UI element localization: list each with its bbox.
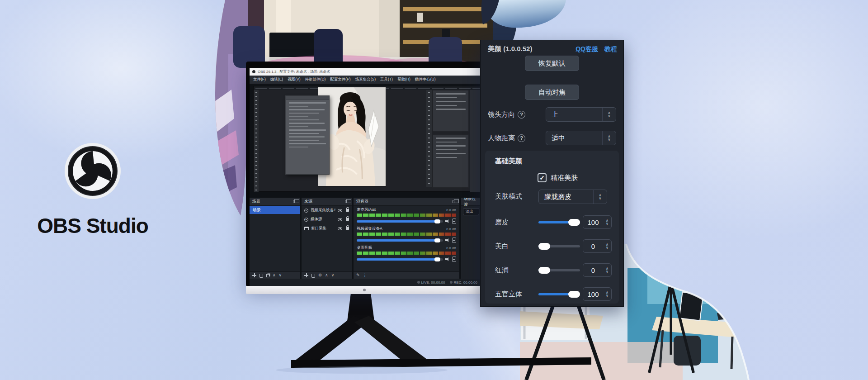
stepper-chevrons-icon[interactable]: ∧∨ <box>603 288 611 300</box>
tutorial-link[interactable]: 教程 <box>604 45 617 53</box>
popout-icon[interactable] <box>345 200 349 203</box>
menu-scene-collection[interactable]: 场景集合(S) <box>354 76 377 83</box>
popout-icon[interactable] <box>293 200 297 203</box>
qq-support-link[interactable]: QQ客服 <box>576 45 598 53</box>
lock-icon[interactable] <box>346 227 349 230</box>
menu-plugin-center[interactable]: 插件中心(U) <box>413 76 438 83</box>
add-scene-icon[interactable] <box>252 273 256 277</box>
remove-source-icon[interactable] <box>311 274 315 278</box>
stepper-chevrons-icon[interactable]: ∧∨ <box>603 216 611 228</box>
source-row-camera[interactable]: 视频采集设备A <box>302 206 352 215</box>
status-live: LIVE: 00:00:00 <box>417 280 445 285</box>
photoshop-panel-icons <box>426 90 432 187</box>
source-properties-icon[interactable]: ⚙ <box>318 273 322 277</box>
camera-direction-select[interactable]: 上 ∧∨ <box>546 107 616 122</box>
face-3d-slider[interactable] <box>538 293 580 295</box>
source-name: 视频采集设备A <box>311 208 335 213</box>
volume-slider[interactable] <box>357 220 443 223</box>
help-icon[interactable]: ? <box>518 134 525 142</box>
smoothing-slider[interactable] <box>538 221 580 223</box>
monitor-chin <box>246 286 483 294</box>
menu-profile[interactable]: 配置文件(P) <box>328 76 352 83</box>
source-down-icon[interactable]: ∨ <box>331 273 335 277</box>
volume-meter <box>357 233 456 236</box>
scene-list-item[interactable]: 场景 <box>250 206 300 214</box>
visibility-icon[interactable] <box>338 227 342 230</box>
photoshop-floating-panel <box>285 95 330 175</box>
spinner-chevrons-icon[interactable]: ∧∨ <box>593 190 607 204</box>
camera-source-icon <box>304 209 308 213</box>
scene-up-icon[interactable]: ∧ <box>273 273 276 277</box>
menu-view[interactable]: 视图(V) <box>286 76 302 83</box>
face-3d-numbox[interactable]: 100 ∧∨ <box>583 287 612 301</box>
face-3d-value: 100 <box>583 290 603 298</box>
menu-docks[interactable]: 停靠部件(D) <box>303 76 328 83</box>
popout-icon[interactable] <box>453 200 457 203</box>
slider-handle[interactable] <box>538 267 550 274</box>
mixer-more-icon[interactable]: ⋮ <box>363 273 367 277</box>
rosiness-slider[interactable] <box>538 269 580 271</box>
volume-slider[interactable] <box>357 239 443 242</box>
sources-dock: 来源 视频采集设备A ▸ 媒体源 窗口采集 <box>302 198 352 279</box>
source-up-icon[interactable]: ∧ <box>325 273 328 277</box>
visibility-icon[interactable] <box>338 209 342 212</box>
source-row-window[interactable]: 窗口采集 <box>302 224 352 233</box>
reset-default-button[interactable]: 恢复默认 <box>525 56 579 71</box>
precise-skin-row: ✓ 精准美肤 <box>538 173 578 182</box>
sources-toolbar: ⚙ ∧ ∨ <box>302 271 352 279</box>
checkbox-checked[interactable]: ✓ <box>538 173 547 182</box>
obs-docks: 场景 场景 ∧ ∨ 来源 <box>250 198 481 279</box>
help-icon[interactable]: ? <box>518 111 525 119</box>
person-distance-label: 人物距离 <box>488 134 515 142</box>
rosiness-numbox[interactable]: 0 ∧∨ <box>583 263 612 277</box>
obs-preview: 美颜 贴纸 <box>250 84 481 198</box>
autofocus-button[interactable]: 自动对焦 <box>525 85 579 100</box>
transition-select[interactable]: 淡出 <box>463 208 479 215</box>
scene-down-icon[interactable]: ∨ <box>279 273 282 277</box>
photoshop-right-edge <box>470 90 481 192</box>
whitening-numbox[interactable]: 0 ∧∨ <box>583 239 612 253</box>
stepper-chevrons-icon[interactable]: ∧∨ <box>603 240 611 252</box>
fader-icon[interactable] <box>452 256 456 262</box>
spinner-chevrons-icon[interactable]: ∧∨ <box>602 108 616 121</box>
add-source-icon[interactable] <box>304 273 308 277</box>
slider-handle[interactable] <box>538 243 550 250</box>
volume-slider[interactable] <box>357 258 443 261</box>
camera-direction-row: 镜头方向 ? 上 ∧∨ <box>488 107 616 122</box>
visibility-icon[interactable] <box>338 218 342 221</box>
obs-menubar: 文件(F) 编辑(E) 视图(V) 停靠部件(D) 配置文件(P) 场景集合(S… <box>250 76 481 84</box>
menu-file[interactable]: 文件(F) <box>251 76 268 83</box>
live-led-icon <box>417 281 420 284</box>
remove-scene-icon[interactable] <box>259 274 263 278</box>
speaker-icon[interactable] <box>445 238 450 242</box>
slider-handle[interactable] <box>568 219 580 226</box>
person-distance-select[interactable]: 适中 ∧∨ <box>546 131 616 145</box>
channel-db: 0.0 dB <box>446 227 456 231</box>
slider-handle[interactable] <box>568 291 580 298</box>
fader-icon[interactable] <box>452 218 456 224</box>
fader-icon[interactable] <box>452 238 456 243</box>
mixer-dock: 混音器 麦克风/Aux 0.0 dB <box>354 198 459 279</box>
spinner-chevrons-icon[interactable]: ∧∨ <box>602 131 616 145</box>
lock-icon[interactable] <box>346 218 349 221</box>
menu-tools[interactable]: 工具(T) <box>378 76 395 83</box>
whitening-slider[interactable] <box>538 245 580 247</box>
source-row-media[interactable]: ▸ 媒体源 <box>302 215 352 224</box>
media-source-icon: ▸ <box>304 218 308 222</box>
scenes-dock-title: 场景 <box>252 199 260 204</box>
menu-edit[interactable]: 编辑(E) <box>269 76 285 83</box>
skin-mode-select[interactable]: 朦胧磨皮 ∧∨ <box>538 190 607 204</box>
stepper-chevrons-icon[interactable]: ∧∨ <box>603 264 611 276</box>
whitening-value: 0 <box>583 242 603 250</box>
mixer-edit-icon[interactable]: ✎ <box>356 273 360 277</box>
duplicate-scene-icon[interactable] <box>266 274 269 277</box>
mixer-channel: 麦克风/Aux 0.0 dB <box>354 206 459 225</box>
whitening-slider-row: 美白 0 ∧∨ <box>495 239 612 253</box>
smoothing-numbox[interactable]: 100 ∧∨ <box>583 215 612 229</box>
speaker-icon[interactable] <box>445 257 450 261</box>
menu-help[interactable]: 帮助(H) <box>396 76 412 83</box>
speaker-icon[interactable] <box>445 219 450 223</box>
volume-meter <box>357 214 456 217</box>
lock-icon[interactable] <box>346 209 349 212</box>
status-rec: REC: 00:00:00 <box>450 280 477 285</box>
